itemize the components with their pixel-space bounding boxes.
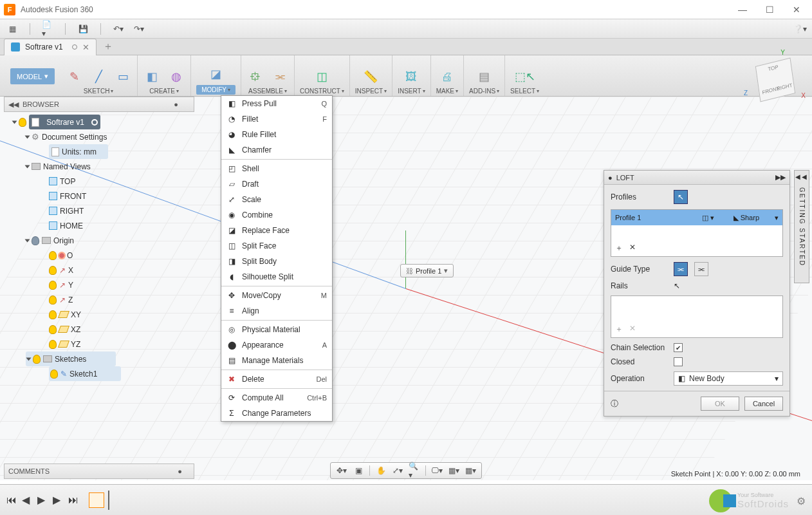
guide-type-option-2[interactable]: ⫘ [694,262,708,276]
ribbon-modify-group[interactable]: ◪ MODIFY▾ [191,55,241,96]
joint-tool-icon[interactable]: ⯐ [246,68,264,86]
asm-tool-icon[interactable]: ⫘ [271,68,289,86]
chevron-down-icon[interactable]: ▾ [775,374,779,383]
add-profile-button[interactable]: ＋ [615,243,623,254]
sketch-tool-icon[interactable]: ✎ [65,68,83,86]
tree-view-right[interactable]: RIGHT [60,207,84,216]
lookat-icon[interactable]: ▣ [353,465,364,476]
loft-header[interactable]: ● LOFT ▶▶ [604,171,789,185]
chevron-down-icon[interactable]: ▾ [444,267,448,275]
timeline-marker[interactable] [108,491,109,510]
bulb-icon[interactable] [50,370,58,379]
menu-combine[interactable]: ◉Combine [221,207,332,223]
menu-silhouette-split[interactable]: ◖Silhouette Split [221,269,332,285]
bulb-icon[interactable] [32,236,39,245]
tree-origin-xy[interactable]: XY [71,310,81,319]
close-button[interactable]: ✕ [789,5,804,15]
insert-tool-icon[interactable]: 🖼 [402,68,420,86]
maximize-button[interactable]: ☐ [762,5,777,15]
comments-panel-header[interactable]: COMMENTS ● [4,464,194,479]
canvas-profile-label[interactable]: ⛓ Profile 1 ▾ [400,264,454,277]
tree-origin-yz[interactable]: YZ [71,340,80,349]
browser-header[interactable]: ◀◀ BROWSER ● [4,97,194,112]
zoom-icon[interactable]: ⤢▾ [392,465,403,476]
menu-change-parameters[interactable]: ΣChange Parameters [221,406,332,421]
add-rail-button[interactable]: ＋ [615,324,623,335]
menu-fillet[interactable]: ◔FilletF [221,111,332,127]
profile-list[interactable]: Profile 1 ◫ ▾ ◣ Sharp ▾ ＋ ✕ [611,209,783,257]
bulb-icon[interactable] [19,118,26,127]
info-icon[interactable]: ⓘ [611,398,618,409]
bulb-icon[interactable] [49,281,57,290]
menu-split-face[interactable]: ◫Split Face [221,238,332,254]
make-tool-icon[interactable]: 🖨 [438,68,456,86]
display-icon[interactable]: 🖵▾ [431,465,443,476]
remove-profile-button[interactable]: ✕ [629,243,636,254]
collapse-arrows-icon[interactable]: ◀◀ [8,100,19,109]
menu-appearance[interactable]: ⬤AppearanceA [221,337,332,353]
close-tab-icon[interactable]: ✕ [82,42,89,52]
menu-replace-face[interactable]: ◪Replace Face [221,223,332,238]
plane-tool-icon[interactable]: ◫ [313,68,331,86]
tree-origin-o[interactable]: O [67,251,73,260]
line-tool-icon[interactable]: ╱ [89,68,107,86]
menu-delete[interactable]: ✖DeleteDel [221,371,332,387]
menu-shell[interactable]: ◰Shell [221,161,332,176]
pan-icon[interactable]: ✋ [375,465,387,476]
bulb-icon[interactable] [49,310,57,319]
tree-origin-y[interactable]: Y [68,281,73,290]
menu-chamfer[interactable]: ◣Chamfer [221,142,332,158]
menu-press-pull[interactable]: ◧Press PullQ [221,96,332,111]
profile-row-1[interactable]: Profile 1 ◫ ▾ ◣ Sharp ▾ [611,210,782,225]
menu-draft[interactable]: ▱Draft [221,176,332,192]
operation-select[interactable]: ◧ New Body ▾ [674,371,783,386]
add-tab-button[interactable]: ＋ [103,40,113,53]
tree-sketch1[interactable]: Sketch1 [69,370,97,379]
viewcube-right[interactable]: RIGHT [776,82,793,92]
save-icon[interactable]: 💾 [77,23,89,35]
tree-units[interactable]: Units: mm [62,147,97,156]
collapse-arrows-icon[interactable]: ◀◀ [795,173,808,180]
tree-view-top[interactable]: TOP [60,177,75,186]
sphere-tool-icon[interactable]: ◍ [167,68,185,86]
menu-rule-fillet[interactable]: ◕Rule Fillet [221,127,332,142]
box-tool-icon[interactable]: ◧ [143,68,161,86]
minimize-button[interactable]: — [735,5,750,15]
chain-selection-checkbox[interactable]: ✔ [674,343,683,352]
menu-physical-material[interactable]: ◎Physical Material [221,322,332,337]
chevron-down-icon[interactable]: ▾ [775,214,779,222]
grid-menu-icon[interactable]: ▦ [6,23,18,35]
redo-icon[interactable]: ↷▾ [133,23,145,35]
timeline-prev-icon[interactable]: ◀ [22,494,32,506]
workspace-model-button[interactable]: MODEL▾ [10,68,55,84]
bulb-icon[interactable] [49,340,57,349]
tree-origin[interactable]: Origin [53,236,74,245]
panel-dot-icon[interactable]: ● [178,467,182,475]
expand-arrows-icon[interactable]: ▶▶ [775,173,786,182]
orbit-icon[interactable]: ✥▾ [336,465,347,476]
closed-checkbox[interactable] [674,357,683,366]
timeline-sketch-feature[interactable] [89,492,104,508]
viewcube-top[interactable]: TOP [768,64,779,72]
zoom-window-icon[interactable]: 🔍▾ [409,465,420,476]
tree-doc-settings[interactable]: Document Settings [42,133,107,142]
menu-manage-materials[interactable]: ▤Manage Materials [221,353,332,368]
rect-tool-icon[interactable]: ▭ [114,68,132,86]
getting-started-tab[interactable]: ◀◀ GETTING STARTED [794,170,809,283]
help-icon[interactable]: ❔▾ [794,23,806,35]
tree-sketches[interactable]: Sketches [55,355,86,364]
tree-origin-xz[interactable]: XZ [71,325,80,334]
panel-dot-icon[interactable]: ● [174,100,178,108]
collapse-dot-icon[interactable]: ● [608,174,613,182]
timeline-last-icon[interactable]: ⏭ [68,494,78,506]
timeline-play-icon[interactable]: ▶ [37,494,48,506]
bulb-icon[interactable] [49,295,57,304]
viewcube[interactable]: Y X Z TOP FRONT RIGHT [753,58,798,103]
profiles-select-button[interactable]: ↖ [674,190,688,204]
tree-named-views[interactable]: Named Views [43,162,91,171]
menu-move-copy[interactable]: ✥Move/CopyM [221,288,332,303]
menu-scale[interactable]: ⤢Scale [221,192,332,207]
rails-list[interactable]: ＋ ✕ [611,295,783,338]
document-tab[interactable]: Softrare v1 ✕ [4,39,97,55]
bulb-icon[interactable] [49,325,57,334]
